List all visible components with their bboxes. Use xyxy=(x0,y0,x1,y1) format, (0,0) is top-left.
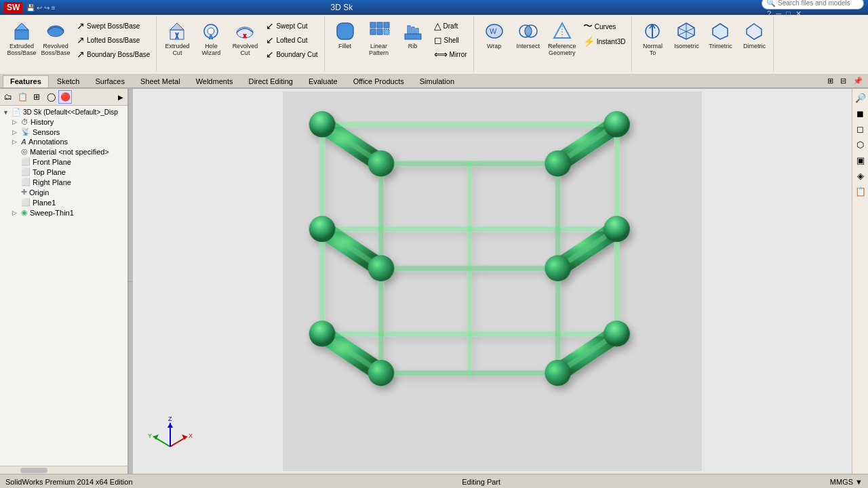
svg-point-43 xyxy=(309,321,336,347)
tab-simulation[interactable]: Simulation xyxy=(412,75,462,87)
svg-point-41 xyxy=(368,360,395,386)
tree-material-item[interactable]: ◎ Material <not specified> xyxy=(0,146,127,157)
fillet-label: Fillet xyxy=(338,43,351,50)
mirror-button[interactable]: ⟺ Mirror xyxy=(431,47,471,61)
right-plane-icon: ⬜ xyxy=(21,178,31,186)
extruded-cut-button[interactable]: ExtrudedCut xyxy=(161,18,193,60)
feature-manager-btn[interactable]: 🗂 xyxy=(1,90,15,104)
titlebar-left: SW 💾 ↩ ↪ ≡ 3D Sk xyxy=(4,2,353,13)
svg-point-8 xyxy=(208,28,214,35)
search-input[interactable] xyxy=(778,0,859,7)
top-plane-expander xyxy=(12,169,19,176)
titlebar: SW 💾 ↩ ↪ ≡ 3D Sk 🔍 ? ─ □ ✕ xyxy=(0,0,868,15)
shell-button[interactable]: ◻ Shell xyxy=(431,33,471,47)
linear-pattern-label: LinearPattern xyxy=(369,43,389,57)
tab-evaluate[interactable]: Evaluate xyxy=(301,75,345,87)
rp-section-btn[interactable]: ⬡ xyxy=(853,137,868,152)
close-button[interactable]: ✕ xyxy=(795,9,802,18)
origin-expander xyxy=(12,189,19,196)
tab-direct-editing[interactable]: Direct Editing xyxy=(241,75,300,87)
dim-xpert-btn[interactable]: ◯ xyxy=(44,90,58,104)
isometric-button[interactable]: Isometric xyxy=(670,18,703,60)
wrap-button[interactable]: W Wrap xyxy=(478,18,511,60)
sensors-expander: ▷ xyxy=(12,129,19,136)
tab-sketch[interactable]: Sketch xyxy=(50,75,87,87)
main-toolbar: ExtrudedBoss/Base RevolvedBoss/Base ↗ Sw… xyxy=(0,15,868,75)
reference-geometry-button[interactable]: ReferenceGeometry xyxy=(546,18,578,60)
statusbar-units[interactable]: MMGS ▼ xyxy=(830,478,863,486)
revolved-cut-button[interactable]: RevolvedCut xyxy=(229,18,261,60)
normal-to-button[interactable]: NormalTo xyxy=(636,18,669,60)
trimetric-icon xyxy=(709,20,731,42)
top-plane-icon: ⬜ xyxy=(21,167,31,176)
rp-task-btn[interactable]: 📋 xyxy=(853,184,868,199)
lofted-boss-button[interactable]: ↗ Lofted Boss/Base xyxy=(73,33,153,47)
hole-wizard-button[interactable]: HoleWizard xyxy=(195,18,227,60)
tree-front-plane-item[interactable]: ⬜ Front Plane xyxy=(0,157,127,167)
curves-label: Curves xyxy=(595,23,616,30)
fillet-button[interactable]: Fillet xyxy=(329,18,361,60)
svg-marker-1 xyxy=(15,23,28,30)
panel-scrollbar[interactable] xyxy=(0,466,127,474)
panel-collapse-btn[interactable]: ▶ xyxy=(115,92,126,102)
ribbon: ExtrudedBoss/Base RevolvedBoss/Base ↗ Sw… xyxy=(0,15,868,89)
rp-render-btn[interactable]: ◈ xyxy=(853,168,868,183)
boundary-boss-button[interactable]: ↗ Boundary Boss/Base xyxy=(73,47,153,61)
svg-text:Y: Y xyxy=(148,432,152,439)
curves-button[interactable]: 〜 Curves xyxy=(580,19,629,34)
revolved-boss-button[interactable]: RevolvedBoss/Base xyxy=(39,18,72,60)
swept-cut-button[interactable]: ↙ Swept Cut xyxy=(262,19,321,33)
rp-shaded-btn[interactable]: ◼ xyxy=(853,106,868,121)
isometric-icon xyxy=(675,20,697,42)
draft-button[interactable]: △ Draft xyxy=(431,19,471,33)
minimize-button[interactable]: ─ xyxy=(776,9,781,18)
tree-top-plane-item[interactable]: ⬜ Top Plane xyxy=(0,167,127,177)
instant3d-button[interactable]: ⚡ Instant3D xyxy=(580,35,629,48)
boundary-cut-button[interactable]: ↙ Boundary Cut xyxy=(262,47,321,61)
dimetric-button[interactable]: Dimetric xyxy=(738,18,770,60)
expand-ribbon-btn[interactable]: ⊞ xyxy=(825,77,836,85)
collapse-ribbon-btn[interactable]: ⊟ xyxy=(837,77,849,85)
swept-boss-icon: ↗ xyxy=(77,20,85,31)
shell-label: Shell xyxy=(444,37,459,44)
tree-plane1-item[interactable]: ⬜ Plane1 xyxy=(0,197,127,207)
lofted-cut-button[interactable]: ↙ Lofted Cut xyxy=(262,33,321,47)
config-manager-btn[interactable]: ⊞ xyxy=(30,90,43,104)
rib-button[interactable]: Rib xyxy=(397,18,429,60)
tab-sheet-metal[interactable]: Sheet Metal xyxy=(133,75,188,87)
intersect-button[interactable]: Intersect xyxy=(512,18,545,60)
tab-office-products[interactable]: Office Products xyxy=(346,75,412,87)
display-manager-btn[interactable]: 🔴 xyxy=(58,90,72,104)
tree-right-plane-item[interactable]: ⬜ Right Plane xyxy=(0,177,127,187)
plane1-expander xyxy=(12,199,19,206)
swept-boss-button[interactable]: ↗ Swept Boss/Base xyxy=(73,19,153,33)
svg-text:Z: Z xyxy=(168,415,172,422)
pin-ribbon-btn[interactable]: 📌 xyxy=(850,77,865,85)
extruded-boss-button[interactable]: ExtrudedBoss/Base xyxy=(5,18,38,60)
tree-history-item[interactable]: ▷ ⏱ History xyxy=(0,117,127,127)
tree-root-item[interactable]: ▼ 📄 3D Sk (Default<<Default>_Disp xyxy=(0,107,127,117)
tree-annotations-item[interactable]: ▷ A Annotations xyxy=(0,137,127,146)
tree-sensors-item[interactable]: ▷ 📡 Sensors xyxy=(0,127,127,137)
rp-wireframe-btn[interactable]: ◻ xyxy=(853,121,868,136)
mirror-icon: ⟺ xyxy=(434,49,448,60)
viewport[interactable]: 🔍 🔍- ↻ ✥ ◳ ◫ ⊙ 🔄 🎨 📊 ⚙ ... xyxy=(133,89,852,474)
rp-view-btn[interactable]: ▣ xyxy=(853,152,868,167)
tree-sweep-thin1-item[interactable]: ▷ ◉ Sweep-Thin1 xyxy=(0,207,127,218)
svg-rect-21 xyxy=(412,27,414,34)
root-icon: 📄 xyxy=(12,108,21,117)
property-manager-btn[interactable]: 📋 xyxy=(16,90,29,104)
maximize-button[interactable]: □ xyxy=(786,9,791,18)
linear-pattern-button[interactable]: LinearPattern xyxy=(363,18,395,60)
tab-weldments[interactable]: Weldments xyxy=(189,75,241,87)
search-area[interactable]: 🔍 xyxy=(762,0,864,9)
tab-features[interactable]: Features xyxy=(3,75,49,87)
lofted-boss-label: Lofted Boss/Base xyxy=(87,37,140,44)
tab-surfaces[interactable]: Surfaces xyxy=(88,75,132,87)
trimetric-button[interactable]: Trimetric xyxy=(704,18,736,60)
reference-geometry-label: ReferenceGeometry xyxy=(548,43,576,57)
rp-search-btn[interactable]: 🔎 xyxy=(853,90,868,105)
plane1-label: Plane1 xyxy=(33,199,56,207)
tree-origin-item[interactable]: ✚ Origin xyxy=(0,187,127,197)
features-small-group: △ Draft ◻ Shell ⟺ Mirror xyxy=(431,19,471,61)
